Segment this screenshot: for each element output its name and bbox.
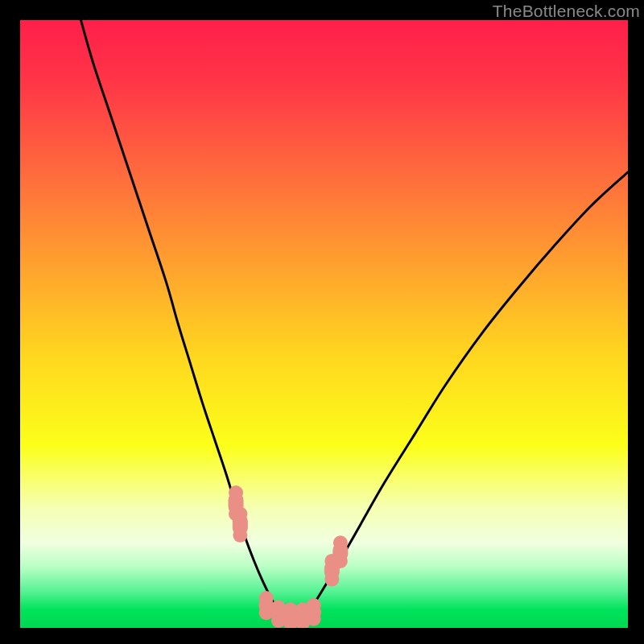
gradient-background xyxy=(20,20,628,628)
svg-point-25 xyxy=(333,535,348,550)
chart-frame xyxy=(20,20,628,628)
svg-point-20 xyxy=(307,612,321,626)
bottleneck-chart xyxy=(20,20,628,628)
svg-point-1 xyxy=(229,485,243,500)
marker-8 xyxy=(333,535,348,568)
svg-point-7 xyxy=(259,591,274,605)
watermark-text: TheBottleneck.com xyxy=(493,2,640,21)
svg-point-10 xyxy=(271,600,286,614)
svg-point-5 xyxy=(233,528,247,543)
marker-6 xyxy=(307,598,321,626)
svg-point-19 xyxy=(307,598,321,613)
svg-point-23 xyxy=(324,572,339,587)
svg-point-4 xyxy=(233,506,247,521)
svg-point-26 xyxy=(333,554,348,568)
marker-1 xyxy=(233,506,247,542)
